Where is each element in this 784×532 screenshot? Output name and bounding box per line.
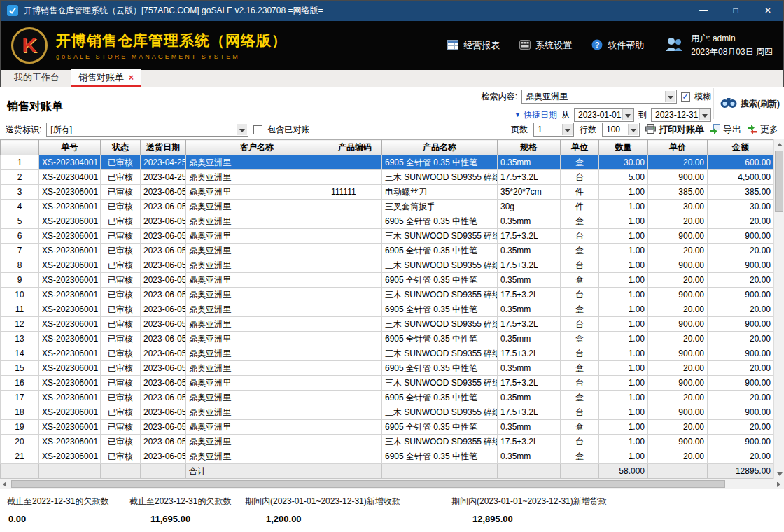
cell-date: 2023-06-05 [141,449,186,464]
tab-sales-statement[interactable]: 销售对账单 × [71,69,141,87]
cell-status: 已审核 [101,449,141,464]
table-header-row: 单号状态送货日期客户名称产品编码产品名称规格单位数量单价金额 [1,140,774,155]
rows-combobox[interactable]: 100 [602,122,640,136]
to-date-combobox[interactable]: 2023-12-31 [651,108,711,122]
vertical-scroll-thumb[interactable] [775,150,783,212]
column-header-amount[interactable]: 金额 [708,140,774,155]
delivery-flag-combobox[interactable]: [所有] [46,122,248,136]
cell-status: 已审核 [101,420,141,435]
cell-unit: 台 [561,258,599,273]
column-header-product[interactable]: 产品名称 [382,140,498,155]
table-row[interactable]: 20XS-202306001已审核2023-06-05鼎奥亚洲里三木 SUNWO… [1,435,774,449]
cell-unit: 台 [561,435,599,449]
scroll-right-icon[interactable] [774,479,784,489]
help-icon: ? [592,39,603,52]
cell-date: 2023-06-05 [141,361,186,376]
column-header-no[interactable] [1,140,39,155]
table-row[interactable]: 7XS-202306001已审核2023-06-05鼎奥亚洲里6905 全针管 … [1,244,774,258]
column-header-unit[interactable]: 单位 [561,140,599,155]
menu-business-reports[interactable]: 经营报表 [447,39,500,52]
table-row[interactable]: 6XS-202306001已审核2023-06-05鼎奥亚洲里三木 SUNWOO… [1,229,774,244]
cell-date: 2023-06-05 [141,229,186,244]
cell-price: 900.00 [648,435,708,449]
cell-price: 20.00 [648,214,708,229]
cell-spec: 17.5+3.2L [498,288,561,302]
table-row[interactable]: 15XS-202306001已审核2023-06-05鼎奥亚洲里6905 全针管… [1,361,774,376]
to-label: 到 [638,109,647,121]
table-row[interactable]: 14XS-202306001已审核2023-06-05鼎奥亚洲里三木 SUNWO… [1,346,774,361]
table-row[interactable]: 4XS-202306001已审核2023-06-05鼎奥亚洲里三叉套筒扳手30g… [1,200,774,214]
cell-customer: 鼎奥亚洲里 [186,449,328,464]
from-date-combobox[interactable]: 2023-01-01 [574,108,634,122]
quick-date-button[interactable]: ▼ 快捷日期 [514,109,557,121]
cell-date: 2023-04-25 [141,170,186,185]
column-header-code[interactable]: 产品编码 [328,140,382,155]
column-header-order[interactable]: 单号 [39,140,101,155]
table-row[interactable]: 1XS-202304001已审核2023-04-25鼎奥亚洲里6905 全针管 … [1,155,774,170]
column-header-spec[interactable]: 规格 [498,140,561,155]
close-button[interactable]: ✕ [752,0,784,21]
cell-order: XS-202306001 [39,258,101,273]
total-no [1,464,39,479]
keyword-combobox[interactable]: 鼎奥亚洲里 [522,90,677,104]
export-button[interactable]: 导出 [710,123,741,136]
table-row[interactable]: 21XS-202306001已审核2023-06-05鼎奥亚洲里6905 全针管… [1,449,774,464]
cell-code [328,288,382,302]
cell-product: 三木 SUNWOOD SD9355 碎纸 [382,405,498,420]
table-row[interactable]: 13XS-202306001已审核2023-06-05鼎奥亚洲里6905 全针管… [1,332,774,346]
cell-customer: 鼎奥亚洲里 [186,420,328,435]
scroll-left-icon[interactable] [0,479,10,489]
status-label: 期间内(2023-01-01~2023-12-31)新增收款 [245,496,400,507]
dropdown-arrow-icon [665,91,676,102]
table-row[interactable]: 10XS-202306001已审核2023-06-05鼎奥亚洲里三木 SUNWO… [1,288,774,302]
cell-price: 900.00 [648,405,708,420]
vertical-scrollbar[interactable] [774,139,784,479]
cell-code [328,155,382,170]
table-row[interactable]: 8XS-202306001已审核2023-06-05鼎奥亚洲里三木 SUNWOO… [1,258,774,273]
horizontal-scrollbar[interactable] [0,479,784,489]
minimize-button[interactable]: — [687,0,720,21]
fuzzy-checkbox[interactable] [681,92,690,102]
table-row[interactable]: 3XS-202306001已审核2023-06-05鼎奥亚洲里111111电动螺… [1,185,774,200]
cell-customer: 鼎奥亚洲里 [186,332,328,346]
column-header-qty[interactable]: 数量 [599,140,648,155]
horizontal-scroll-thumb[interactable] [11,480,725,488]
brand-title-block: 开博销售仓库管理系统（网络版） goSALE STORE MANAGEMENT … [56,31,287,60]
cell-code [328,200,382,214]
table-row[interactable]: 18XS-202306001已审核2023-06-05鼎奥亚洲里三木 SUNWO… [1,405,774,420]
more-button[interactable]: 更多 [747,123,778,136]
scroll-down-icon[interactable] [774,469,784,479]
column-header-customer[interactable]: 客户名称 [186,140,328,155]
table-row[interactable]: 12XS-202306001已审核2023-06-05鼎奥亚洲里三木 SUNWO… [1,317,774,332]
cell-amount: 900.00 [708,376,774,391]
menu-system-settings[interactable]: 系统设置 [519,39,572,52]
table-row[interactable]: 16XS-202306001已审核2023-06-05鼎奥亚洲里三木 SUNWO… [1,376,774,391]
column-header-price[interactable]: 单价 [648,140,708,155]
table-row[interactable]: 11XS-202306001已审核2023-06-05鼎奥亚洲里6905 全针管… [1,302,774,317]
include-reconciled-checkbox[interactable] [253,125,262,134]
pages-combobox[interactable]: 1 [533,122,574,136]
cell-order: XS-202306001 [39,361,101,376]
table-row[interactable]: 9XS-202306001已审核2023-06-05鼎奥亚洲里6905 全针管 … [1,273,774,288]
print-statement-button[interactable]: 打印对账单 [645,123,704,136]
cell-no: 12 [1,317,39,332]
cell-no: 13 [1,332,39,346]
column-header-date[interactable]: 送货日期 [141,140,186,155]
cell-spec: 0.35mm [498,332,561,346]
search-refresh-button[interactable]: 搜索(刷新) [713,88,780,119]
table-row[interactable]: 17XS-202306001已审核2023-06-05鼎奥亚洲里6905 全针管… [1,391,774,405]
cell-spec: 0.35mm [498,361,561,376]
table-row[interactable]: 19XS-202306001已审核2023-06-05鼎奥亚洲里6905 全针管… [1,420,774,435]
table-row[interactable]: 5XS-202306001已审核2023-06-05鼎奥亚洲里6905 全针管 … [1,214,774,229]
column-header-status[interactable]: 状态 [101,140,141,155]
cell-amount: 900.00 [708,317,774,332]
menu-software-help[interactable]: ? 软件帮助 [592,39,644,52]
header-menu: 经营报表 系统设置 ? 软件帮助 用户: admin [447,32,773,59]
table-row[interactable]: 2XS-202304001已审核2023-04-25鼎奥亚洲里三木 SUNWOO… [1,170,774,185]
users-icon [664,36,685,55]
tab-workbench[interactable]: 我的工作台 [6,69,68,87]
maximize-button[interactable]: □ [720,0,752,21]
cell-product: 6905 全针管 0.35 中性笔 [382,155,498,170]
close-tab-icon[interactable]: × [129,74,134,82]
scroll-up-icon[interactable] [774,139,784,150]
